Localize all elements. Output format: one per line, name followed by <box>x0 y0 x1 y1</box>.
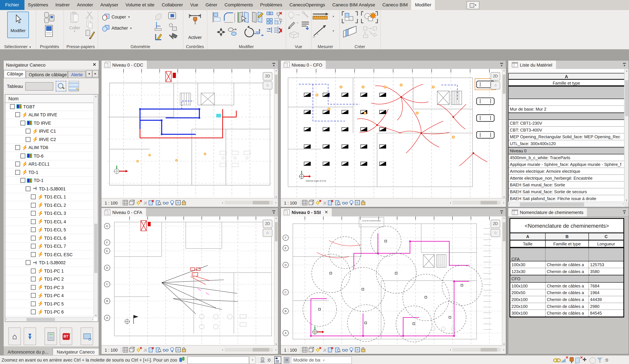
checkbox[interactable] <box>31 195 36 199</box>
material-row[interactable]: CBT: CBT3-400V <box>509 127 624 133</box>
tab-scroll-left-icon[interactable]: ◄ <box>86 70 92 77</box>
visual-style-icon[interactable] <box>123 200 128 205</box>
join-geometry-button[interactable]: Attacher▼ <box>102 24 132 32</box>
scroll-down-icon[interactable]: ∨ <box>94 313 98 318</box>
select-by-face-icon[interactable]: ✕ <box>575 357 582 363</box>
filter-icon[interactable] <box>597 357 604 363</box>
shadows-icon[interactable] <box>144 202 147 204</box>
checkbox[interactable] <box>31 227 36 232</box>
checkbox[interactable] <box>20 153 25 158</box>
displacement-sets-icon[interactable] <box>355 200 360 205</box>
tree-item-td1-ecl-2[interactable]: ⚡TD1-ECL 2 <box>5 201 94 209</box>
reveal-constraints-icon[interactable] <box>182 348 186 352</box>
copy-to-clipboard-icon[interactable] <box>87 21 92 28</box>
column-letter[interactable]: A <box>508 73 625 80</box>
horizontal-scrollbar[interactable] <box>225 348 273 352</box>
tab-project-browser[interactable]: Arborescence du p... <box>3 348 52 356</box>
schedule-section-cfo[interactable]: CFO <box>510 275 624 283</box>
measure-dropdown-caret[interactable] <box>333 16 334 17</box>
scale-label[interactable]: 1 : 100 <box>102 200 121 205</box>
tree-item-td1-pc-4[interactable]: ⚡TD1-PC 4 <box>5 292 94 300</box>
expand-all-button[interactable]: ▼▼ <box>24 328 36 345</box>
hide-category-icon[interactable] <box>302 11 308 17</box>
schedule-tab[interactable]: Nomenclature de cheminements <box>508 208 587 217</box>
reveal-hidden-elements-icon[interactable] <box>170 200 174 205</box>
shadows-icon[interactable] <box>144 349 147 352</box>
background-process-icon[interactable] <box>589 357 597 363</box>
viewport-vertical-scrollbar[interactable]: ∧∨ <box>502 69 506 198</box>
tree-item-td1-pc-6[interactable]: ⚡TD1-PC 6 <box>5 308 94 316</box>
calculate-button[interactable] <box>44 328 57 345</box>
schedule-row[interactable]: 200x50Chemin de câbles a1964 <box>510 289 624 296</box>
create-group-label[interactable]: Créer <box>339 44 380 49</box>
demolish-icon[interactable] <box>169 33 177 39</box>
material-row[interactable]: BAEH Sati mural_face: Sortie de secours <box>509 188 624 195</box>
tab-cablage[interactable]: Câblage <box>3 70 25 78</box>
home-view-icon[interactable]: ⌂ <box>491 81 500 89</box>
scroll-right-icon[interactable]: › <box>274 201 278 205</box>
home-view-icon[interactable]: ⌂ <box>263 81 272 89</box>
sun-path-icon[interactable] <box>137 347 142 352</box>
scrollbar-thumb[interactable] <box>520 202 584 207</box>
menu-item-g-rer[interactable]: Gérer <box>202 0 221 10</box>
navigation-2d-badge[interactable]: 2D <box>491 72 500 81</box>
worksharing-user-icon[interactable] <box>259 357 266 363</box>
scroll-right-icon[interactable]: › <box>92 318 93 320</box>
tree-column-header[interactable]: Nom <box>5 95 98 103</box>
temporary-view-properties-icon[interactable] <box>342 202 348 204</box>
material-row[interactable]: 4500mm_b_c_white: TraceParts <box>509 154 624 161</box>
tree-item-td1-ecl-1[interactable]: ⚡TD1-ECL 1 <box>5 193 94 201</box>
viewport-tab-cfo[interactable]: Niveau 0 - CFO <box>281 61 326 69</box>
schedule-row[interactable]: 123x30Chemin de câbles a3580 <box>510 268 624 275</box>
select-group-label[interactable]: Sélectionner ▼ <box>0 44 36 49</box>
mirror-icon[interactable] <box>267 11 273 16</box>
panel-menu-icon[interactable]: ▼ <box>272 210 275 214</box>
measure-group-label[interactable]: Mesurer <box>311 44 339 49</box>
workset-panel-icon[interactable] <box>275 356 282 364</box>
tree-item-td1-pc-2[interactable]: ⚡TD1-PC 2 <box>5 275 94 283</box>
tree-item-ar1-ecl1[interactable]: ⚡AR1-ECL1 <box>5 160 94 168</box>
tree-item-td1-ecl-6[interactable]: ⚡TD1-ECL 6 <box>5 234 94 242</box>
header-famille[interactable]: Famille et type <box>545 241 589 247</box>
material-row[interactable]: CBT: CBT1-230V <box>509 120 624 127</box>
horizontal-scrollbar[interactable] <box>453 201 501 205</box>
profile-editor-icon[interactable] <box>156 34 162 40</box>
schedule-row[interactable]: 300x100Chemin de câbles a84545 <box>510 310 624 317</box>
crop-region-visible-icon[interactable] <box>156 201 161 205</box>
close-view-icon[interactable]: ✕ <box>324 210 328 215</box>
reveal-constraints-icon[interactable] <box>182 200 186 205</box>
circuit-home-button[interactable]: ⌂ <box>8 328 21 345</box>
checkbox[interactable] <box>31 219 36 224</box>
tree-horizontal-scrollbar[interactable]: ‹ › <box>5 317 94 322</box>
header-longueur[interactable]: Longueur <box>589 241 624 247</box>
checkbox[interactable] <box>31 244 36 248</box>
wall-opening-icon[interactable] <box>168 12 176 19</box>
sun-path-icon[interactable] <box>316 347 321 352</box>
scroll-down-icon[interactable]: ∨ <box>625 198 629 202</box>
copy-icon[interactable] <box>228 28 236 35</box>
tab-scroll-right-icon[interactable]: ► <box>92 70 99 77</box>
beam-cope-distance-icon[interactable] <box>155 22 161 30</box>
scroll-left-icon[interactable]: ‹ <box>509 202 510 205</box>
extend-multiple-icon[interactable] <box>274 26 278 34</box>
create-parts-icon[interactable] <box>343 26 356 37</box>
reveal-constraints-icon[interactable] <box>361 200 365 205</box>
offset-icon[interactable] <box>254 29 264 36</box>
tree-item-td1-ecl-5[interactable]: ⚡TD1-ECL 5 <box>5 226 94 234</box>
column-letter-b[interactable]: B <box>545 233 589 240</box>
activate-label[interactable]: Activer <box>183 35 207 40</box>
align-icon[interactable] <box>213 12 220 22</box>
measure-between-refs-icon[interactable] <box>313 12 328 19</box>
drag-on-selection-icon[interactable] <box>582 357 589 363</box>
trim-extend-icon[interactable] <box>267 27 271 33</box>
viewport-tab-ssi[interactable]: Niveau 0 - SSI✕ <box>281 208 332 217</box>
checkbox[interactable] <box>20 178 25 183</box>
menu-item-ins-rer[interactable]: Insérer <box>52 0 73 10</box>
properties-group-label[interactable]: Propriétés <box>36 44 63 49</box>
tree-item-alim-td-irve[interactable]: ⚡ALIM TD IRVE <box>5 111 94 119</box>
checkbox[interactable] <box>31 211 36 216</box>
checkbox[interactable] <box>26 186 30 191</box>
ssi-plan-canvas[interactable]: FEDCBA Local de transformateur <box>281 217 506 346</box>
search-button[interactable] <box>56 81 66 92</box>
panel-menu-icon[interactable]: ▼ <box>272 63 275 67</box>
